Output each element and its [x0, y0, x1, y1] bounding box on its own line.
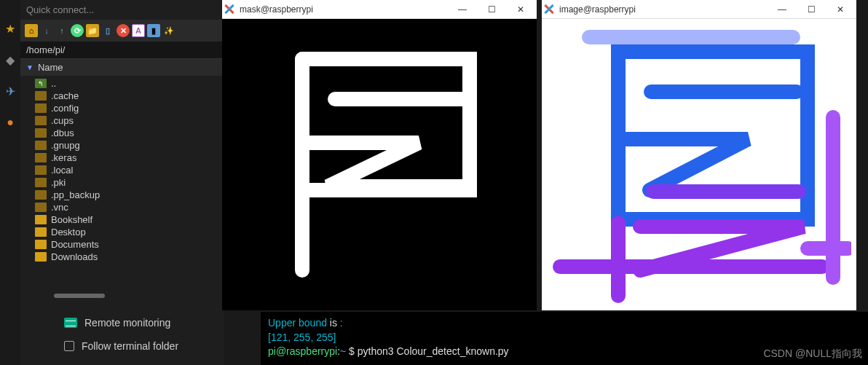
tree-item[interactable]: .dbus	[20, 127, 224, 139]
folder-icon	[35, 153, 47, 162]
tree-item[interactable]: .pp_backup	[20, 189, 224, 201]
window-title: mask@raspberrypi	[240, 4, 313, 15]
tree-item-label: .pki	[51, 177, 66, 188]
tree-item[interactable]: .keras	[20, 152, 224, 164]
folder-add-icon[interactable]: 📁	[86, 24, 99, 37]
checkbox[interactable]	[64, 341, 74, 351]
tree-item-label: ..	[51, 78, 56, 89]
tree-item-label: .dbus	[51, 127, 74, 138]
text-icon[interactable]: A	[132, 24, 145, 37]
file-icon[interactable]: ▯	[101, 24, 114, 37]
close-button[interactable]: ✕	[826, 1, 855, 18]
folder-icon	[35, 128, 47, 138]
folder-icon	[35, 203, 47, 212]
folder-icon	[35, 240, 47, 249]
tree-item[interactable]: .local	[20, 164, 224, 176]
wand-icon[interactable]: ✨	[162, 24, 175, 37]
term-text: is	[330, 317, 337, 329]
delete-icon[interactable]: ✕	[117, 24, 130, 37]
tree-item[interactable]: .pki	[20, 176, 224, 189]
download-icon[interactable]: ↓	[40, 24, 53, 37]
folder-icon	[35, 116, 47, 125]
globe-icon[interactable]: ◆	[4, 53, 17, 66]
file-toolbar: ⌂ ↓ ↑ ⟳ 📁 ▯ ✕ A ▮ ✨	[20, 20, 224, 42]
maximize-button[interactable]: ☐	[797, 1, 826, 18]
tree-item-label: .config	[51, 103, 79, 114]
tree-item[interactable]: Downloads	[20, 251, 224, 263]
path-bar[interactable]: /home/pi/	[20, 42, 224, 59]
tree-item[interactable]: .gnupg	[20, 139, 224, 152]
maximize-button[interactable]: ☐	[477, 1, 506, 18]
folder-icon	[35, 141, 47, 150]
x11-icon	[224, 4, 235, 15]
prompt-user: pi@raspberrypi	[268, 345, 337, 357]
file-panel: Quick connect... ⌂ ↓ ↑ ⟳ 📁 ▯ ✕ A ▮ ✨ /ho…	[20, 0, 224, 365]
mask-canvas	[222, 19, 537, 310]
tree-item[interactable]: Documents	[20, 238, 224, 251]
tree-item[interactable]: .cache	[20, 90, 224, 102]
image-canvas	[542, 19, 856, 310]
scrollbar-thumb[interactable]	[54, 294, 105, 298]
window-mask: mask@raspberrypi — ☐ ✕	[222, 0, 537, 310]
tree-item[interactable]: .vnc	[20, 201, 224, 213]
term-text: Upper bound	[268, 317, 330, 329]
tree-item[interactable]: Bookshelf	[20, 213, 224, 226]
tree-item-label: .cups	[51, 115, 74, 126]
tree-item-label: Desktop	[51, 227, 86, 238]
prompt-path: ~	[340, 345, 346, 357]
x11-icon	[543, 4, 555, 15]
folder-icon	[35, 103, 47, 113]
tree-item-label: .cache	[51, 90, 79, 101]
follow-terminal-label: Follow terminal folder	[82, 340, 178, 352]
file-tree: ↰ .. .cache .config .cups .dbus .gnupg .…	[20, 76, 224, 264]
folder-icon	[35, 165, 47, 175]
tree-item[interactable]: .config	[20, 102, 224, 114]
upload-icon[interactable]: ↑	[55, 24, 68, 37]
prompt-cmd: python3 Colour_detect_known.py	[358, 345, 509, 357]
color-image	[545, 23, 851, 307]
titlebar[interactable]: image@raspberrypi — ☐ ✕	[542, 0, 856, 19]
minimize-button[interactable]: —	[768, 1, 797, 18]
tree-item-label: .local	[51, 165, 73, 176]
titlebar[interactable]: mask@raspberrypi — ☐ ✕	[222, 0, 537, 19]
tree-item-label: .pp_backup	[51, 189, 100, 200]
term-text: [121, 255, 255]	[268, 331, 861, 345]
window-title: image@raspberrypi	[559, 4, 636, 15]
tree-header[interactable]: ▼ Name	[20, 59, 224, 76]
tree-item-label: .gnupg	[51, 140, 80, 151]
prompt-dollar: $	[346, 345, 358, 357]
refresh-icon[interactable]: ⟳	[71, 24, 84, 37]
close-button[interactable]: ✕	[506, 1, 535, 18]
tree-item-label: .keras	[51, 152, 76, 163]
remote-monitoring-label: Remote monitoring	[84, 317, 170, 329]
chevron-down-icon: ▼	[26, 63, 33, 71]
circle-icon[interactable]: ●	[4, 116, 17, 129]
folder-icon	[35, 178, 47, 187]
tree-item[interactable]: Desktop	[20, 226, 224, 238]
quick-connect[interactable]: Quick connect...	[20, 0, 224, 20]
send-icon[interactable]: ✈	[4, 85, 17, 98]
watermark: CSDN @NULL指向我	[763, 348, 862, 361]
remote-monitoring-row[interactable]: Remote monitoring	[64, 317, 178, 329]
up-folder-icon: ↰	[35, 79, 47, 88]
home-icon[interactable]: ⌂	[25, 24, 38, 37]
follow-terminal-row[interactable]: Follow terminal folder	[64, 340, 178, 352]
folder-icon	[35, 91, 47, 101]
tree-item-label: .vnc	[51, 202, 68, 213]
minimize-button[interactable]: —	[448, 1, 477, 18]
window-image: image@raspberrypi — ☐ ✕	[542, 0, 856, 310]
tree-up[interactable]: ↰ ..	[20, 77, 224, 90]
column-name: Name	[38, 62, 63, 73]
folder-icon	[35, 252, 47, 262]
tree-item-label: Downloads	[51, 251, 98, 262]
bottom-controls: Remote monitoring Follow terminal folder	[64, 317, 178, 352]
monitor-icon	[64, 318, 77, 328]
folder-icon	[35, 227, 47, 237]
folder-icon	[35, 215, 47, 224]
tree-item[interactable]: .cups	[20, 114, 224, 127]
star-icon[interactable]: ★	[4, 22, 17, 35]
tree-item-label: Documents	[51, 239, 99, 250]
mask-image	[273, 34, 484, 281]
term-text: :	[337, 317, 343, 329]
terminal-icon[interactable]: ▮	[147, 24, 160, 37]
